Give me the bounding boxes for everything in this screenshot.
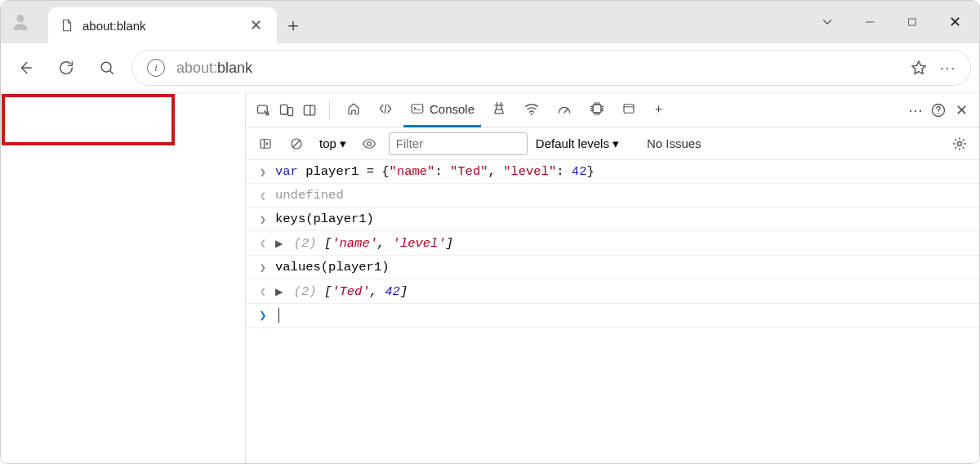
- back-button[interactable]: [9, 51, 42, 84]
- console-output-row: undefined: [246, 184, 979, 207]
- caret-down-icon: ▾: [340, 136, 346, 151]
- svg-rect-1: [909, 19, 915, 25]
- page-content: [1, 93, 246, 464]
- more-menu-icon[interactable]: ⋯: [939, 58, 956, 78]
- console-output-row: ▶ (2) ['name', 'level']: [246, 231, 979, 256]
- svg-rect-4: [281, 105, 287, 114]
- caret-down-icon[interactable]: [808, 6, 847, 38]
- refresh-button[interactable]: [50, 51, 82, 84]
- inspect-icon[interactable]: [254, 100, 274, 120]
- maximize-button[interactable]: [893, 6, 932, 38]
- search-button[interactable]: [91, 51, 123, 84]
- console-output-row: ▶ (2) ['Ted', 42]: [246, 279, 979, 304]
- svg-rect-6: [304, 105, 314, 115]
- toolbar: i about:blank ⋯: [1, 43, 979, 92]
- main-area: Console ＋ ⋯ ✕ top ▾ Default levels: [1, 92, 979, 464]
- browser-tab[interactable]: about:blank ✕: [48, 7, 277, 43]
- tab-close-button[interactable]: ✕: [247, 13, 265, 38]
- expand-icon[interactable]: ▶: [275, 284, 283, 300]
- expand-icon[interactable]: ▶: [275, 236, 283, 252]
- svg-rect-5: [288, 107, 293, 115]
- console-input-row: values(player1): [246, 256, 979, 279]
- welcome-tab[interactable]: [340, 93, 368, 127]
- console-toolbar: top ▾ Default levels ▾ No Issues: [246, 127, 979, 160]
- clear-console-icon[interactable]: [285, 132, 308, 155]
- issues-label: No Issues: [647, 136, 702, 150]
- device-toggle-icon[interactable]: [277, 100, 296, 120]
- profile-button[interactable]: [1, 1, 40, 43]
- favorite-icon[interactable]: [910, 59, 928, 77]
- close-window-button[interactable]: ✕: [935, 6, 974, 38]
- url-text: about:blank: [176, 60, 898, 77]
- svg-rect-9: [593, 105, 601, 113]
- svg-rect-13: [261, 139, 270, 148]
- svg-rect-7: [412, 105, 423, 114]
- svg-point-0: [16, 15, 24, 22]
- console-input-row: var player1 = {"name": "Ted", "level": 4…: [246, 160, 979, 184]
- devtools-more-icon[interactable]: ⋯: [906, 100, 925, 120]
- filter-input[interactable]: [389, 132, 528, 155]
- titlebar: about:blank ✕ ＋ ✕: [1, 1, 979, 43]
- network-tab[interactable]: [517, 93, 546, 127]
- more-tabs-button[interactable]: ＋: [646, 93, 671, 127]
- console-body[interactable]: var player1 = {"name": "Ted", "level": 4…: [246, 160, 979, 464]
- memory-tab[interactable]: [582, 93, 612, 127]
- devtools-tabstrip: Console ＋ ⋯ ✕: [246, 93, 979, 127]
- elements-tab[interactable]: [371, 93, 400, 127]
- application-tab[interactable]: [615, 93, 643, 127]
- svg-point-8: [531, 114, 532, 115]
- new-tab-button[interactable]: ＋: [277, 7, 310, 43]
- performance-tab[interactable]: [550, 93, 579, 127]
- site-info-icon[interactable]: i: [147, 59, 165, 77]
- console-prompt[interactable]: ❯: [246, 304, 979, 328]
- minimize-button[interactable]: [850, 6, 889, 38]
- live-expression-icon[interactable]: [358, 132, 381, 155]
- svg-point-15: [368, 141, 372, 145]
- svg-rect-10: [624, 105, 634, 114]
- window-controls: ✕: [808, 1, 974, 43]
- caret-down-icon: ▾: [612, 136, 619, 151]
- console-tab-label: Console: [430, 102, 474, 116]
- file-icon: [60, 18, 74, 33]
- help-icon[interactable]: [929, 100, 948, 120]
- log-levels-selector[interactable]: Default levels ▾: [536, 136, 619, 151]
- devtools-panel: Console ＋ ⋯ ✕ top ▾ Default levels: [246, 93, 979, 464]
- svg-point-16: [958, 141, 962, 145]
- console-settings-icon[interactable]: [948, 132, 971, 155]
- toggle-sidebar-icon[interactable]: [254, 132, 277, 155]
- svg-point-12: [938, 113, 939, 114]
- address-bar[interactable]: i about:blank ⋯: [131, 50, 971, 86]
- console-input-row: keys(player1): [246, 207, 979, 231]
- sources-tab[interactable]: [484, 93, 514, 127]
- console-tab[interactable]: Console: [403, 93, 481, 127]
- context-selector[interactable]: top ▾: [316, 135, 350, 153]
- devtools-close-icon[interactable]: ✕: [951, 100, 971, 120]
- dock-side-icon[interactable]: [300, 100, 319, 120]
- tab-title: about:blank: [82, 19, 238, 33]
